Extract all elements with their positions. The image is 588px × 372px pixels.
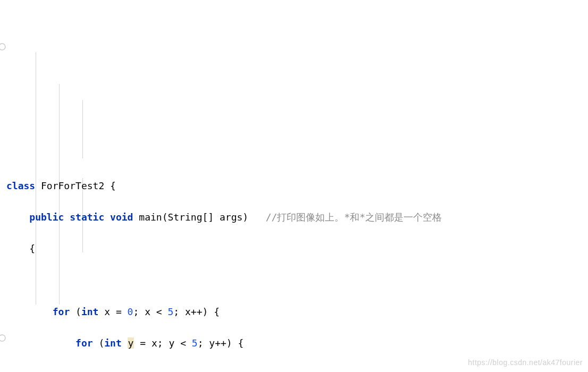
keyword-int: int bbox=[104, 337, 122, 349]
variable-highlight: y bbox=[128, 337, 135, 349]
comment: //打印图像如上。*和*之间都是一个空格 bbox=[266, 212, 442, 223]
method-gutter-icon bbox=[0, 43, 6, 51]
code-line[interactable]: { bbox=[6, 241, 582, 257]
code-line[interactable]: for (int x = 0; x < 5; x++) { bbox=[6, 304, 582, 320]
keyword-int: int bbox=[81, 306, 99, 317]
svg-point-1 bbox=[0, 335, 5, 341]
keyword-class: class bbox=[6, 180, 35, 191]
number-literal: 5 bbox=[167, 306, 173, 317]
svg-point-0 bbox=[0, 44, 5, 50]
keyword-for: for bbox=[53, 306, 70, 317]
number-literal: 0 bbox=[128, 306, 133, 317]
keyword-for: for bbox=[75, 337, 93, 349]
code-line[interactable]: for (int y = x; y < 5; y++) { bbox=[6, 335, 582, 351]
keyword-void: void bbox=[110, 212, 133, 223]
keyword-public: public bbox=[29, 212, 64, 223]
code-line[interactable]: class ForForTest2 { bbox=[6, 178, 582, 194]
class-name: ForForTest2 { bbox=[35, 180, 116, 191]
code-line[interactable]: public static void main(String[] args) /… bbox=[6, 209, 582, 225]
code-line[interactable] bbox=[6, 367, 582, 372]
method-signature: main(String[] args) bbox=[133, 212, 265, 223]
code-editor[interactable]: class ForForTest2 { public static void m… bbox=[0, 0, 588, 372]
indent-guide bbox=[82, 100, 83, 158]
keyword-static: static bbox=[70, 212, 104, 223]
method-end-gutter-icon bbox=[0, 334, 6, 342]
code-line[interactable] bbox=[6, 273, 582, 289]
number-literal: 5 bbox=[192, 337, 198, 349]
